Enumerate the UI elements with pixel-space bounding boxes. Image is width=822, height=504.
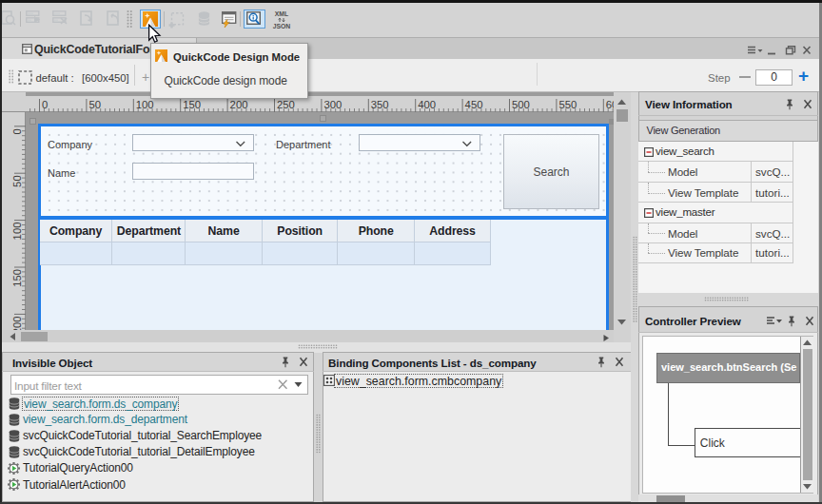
svg-text:50: 50	[88, 99, 101, 110]
svg-text:500: 500	[512, 99, 530, 110]
svg-text:400: 400	[418, 99, 436, 110]
svg-text:250: 250	[277, 99, 295, 110]
svg-text:300: 300	[323, 99, 342, 110]
svg-text:100: 100	[11, 223, 23, 241]
svg-text:100: 100	[136, 99, 154, 110]
svg-text:150: 150	[183, 99, 201, 110]
svg-text:200: 200	[11, 316, 23, 330]
svg-text:50: 50	[11, 175, 23, 187]
svg-text:450: 450	[465, 99, 483, 110]
svg-text:600: 600	[606, 99, 614, 110]
svg-text:150: 150	[11, 269, 23, 287]
svg-text:350: 350	[371, 99, 389, 110]
svg-text:200: 200	[230, 99, 248, 110]
svg-text:0: 0	[42, 99, 48, 110]
svg-text:550: 550	[558, 99, 577, 110]
svg-text:0: 0	[11, 128, 23, 134]
